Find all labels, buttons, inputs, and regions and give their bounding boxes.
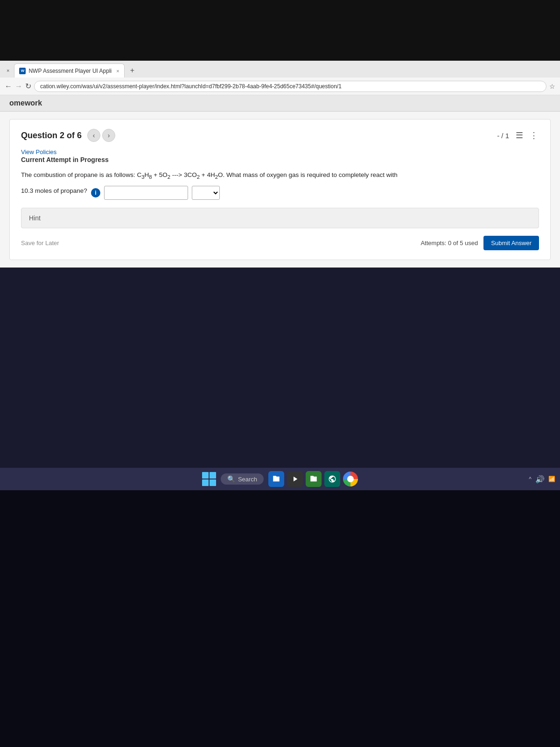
tab-bar: × W NWP Assessment Player UI Appli × + <box>0 61 560 78</box>
video-icon <box>291 475 299 483</box>
bookmark-icon[interactable]: ☆ <box>549 83 555 90</box>
save-later-button[interactable]: Save for Later <box>21 240 59 247</box>
active-tab[interactable]: W NWP Assessment Player UI Appli × <box>14 63 124 78</box>
score-display: - / 1 <box>497 132 509 140</box>
question-score-area: - / 1 ☰ ⋮ <box>497 130 539 141</box>
submit-answer-button[interactable]: Submit Answer <box>483 236 539 250</box>
network-status-icon[interactable]: 📶 <box>548 476 555 482</box>
taskbar-search-icon: 🔍 <box>227 475 235 483</box>
taskbar-app-folder[interactable] <box>306 471 322 487</box>
footer-right: Attempts: 0 of 5 used Submit Answer <box>420 236 539 250</box>
question-footer: Save for Later Attempts: 0 of 5 used Sub… <box>21 236 539 250</box>
chevron-up-icon[interactable]: ^ <box>529 476 532 482</box>
list-icon[interactable]: ☰ <box>516 130 523 141</box>
unit-dropdown[interactable]: g kg mg <box>192 186 220 200</box>
taskbar-search-text: Search <box>238 476 257 483</box>
question-title-row: Question 2 of 6 ‹ › <box>21 129 115 142</box>
back-button[interactable]: ← <box>5 82 12 91</box>
browser-chrome: × W NWP Assessment Player UI Appli × + ←… <box>0 61 560 96</box>
tab-favicon: W <box>19 68 26 74</box>
forward-button[interactable]: → <box>15 82 22 91</box>
question-text: The combustion of propane is as follows:… <box>21 170 539 181</box>
answer-input[interactable] <box>104 186 188 200</box>
address-input[interactable] <box>34 81 546 92</box>
hint-label[interactable]: Hint <box>29 214 41 222</box>
taskbar-apps <box>268 471 358 487</box>
address-bar: ← → ↻ ☆ <box>0 78 560 95</box>
network-icon <box>328 475 336 483</box>
taskbar: 🔍 Search ^ 🔊 📶 <box>0 468 560 490</box>
app-title: omework <box>9 99 42 107</box>
moles-label: 10.3 moles of propane? <box>21 186 87 196</box>
tab-close-icon[interactable]: × <box>116 68 119 74</box>
taskbar-app-video[interactable] <box>287 471 303 487</box>
prev-question-button[interactable]: ‹ <box>87 129 100 142</box>
question-title: Question 2 of 6 <box>21 131 82 141</box>
attempts-counter: Attempts: 0 of 5 used <box>420 240 478 247</box>
taskbar-right: ^ 🔊 📶 <box>529 475 555 484</box>
folder-icon <box>309 475 318 483</box>
info-icon[interactable]: i <box>91 188 100 197</box>
files-icon <box>272 475 280 483</box>
nav-arrows: ‹ › <box>87 129 115 142</box>
top-dark-area <box>0 0 560 61</box>
app-header: omework <box>0 95 560 112</box>
tab-title: NWP Assessment Player UI Appli <box>28 68 112 74</box>
taskbar-app-files[interactable] <box>268 471 284 487</box>
current-attempt-label: Current Attempt in Progress <box>21 156 539 163</box>
start-button[interactable] <box>202 472 216 486</box>
taskbar-app-network[interactable] <box>324 471 340 487</box>
bottom-dark-area <box>0 490 560 747</box>
main-content: omework Question 2 of 6 ‹ › - / 1 ☰ ⋮ Vi… <box>0 95 560 268</box>
taskbar-search[interactable]: 🔍 Search <box>221 473 264 485</box>
question-header: Question 2 of 6 ‹ › - / 1 ☰ ⋮ <box>21 129 539 142</box>
volume-icon[interactable]: 🔊 <box>535 475 545 484</box>
reload-button[interactable]: ↻ <box>25 82 31 91</box>
view-policies-link[interactable]: View Policies <box>21 148 56 155</box>
more-options-icon[interactable]: ⋮ <box>530 130 539 141</box>
answer-row: 10.3 moles of propane? i g kg mg <box>21 186 539 201</box>
hint-section[interactable]: Hint <box>21 208 539 228</box>
taskbar-app-chrome[interactable] <box>343 472 358 486</box>
next-question-button[interactable]: › <box>102 129 115 142</box>
new-tab-button[interactable]: + <box>126 64 138 77</box>
question-container: Question 2 of 6 ‹ › - / 1 ☰ ⋮ View Polic… <box>9 119 551 260</box>
tab-close-button[interactable]: × <box>4 67 12 74</box>
